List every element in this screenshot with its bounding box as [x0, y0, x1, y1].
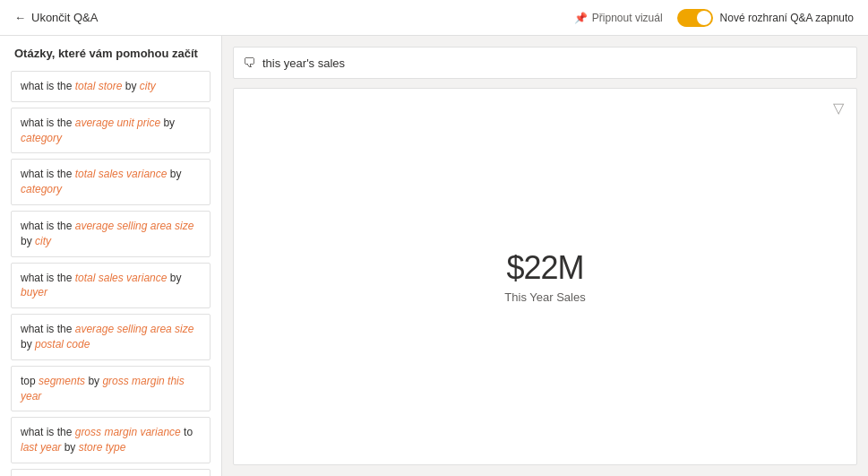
toggle-area: Nové rozhraní Q&A zapnuto [677, 9, 854, 27]
toggle-label: Nové rozhraní Q&A zapnuto [720, 12, 854, 24]
main-content: Otázky, které vám pomohou začít what is … [0, 36, 868, 476]
search-bar[interactable]: 🗨 this year's sales [233, 47, 857, 79]
list-item[interactable]: what is the total sales variance by buye… [11, 263, 211, 309]
list-item[interactable]: what is the total sales variance by cate… [11, 159, 211, 205]
viz-label: This Year Sales [504, 290, 585, 304]
pin-label: Připnout vizuál [592, 12, 663, 24]
qa-toggle[interactable] [677, 9, 713, 27]
right-panel: 🗨 this year's sales ▽ $22M This Year Sal… [222, 36, 868, 476]
pin-icon: 📌 [574, 12, 588, 24]
list-item[interactable]: what is the average unit price by catego… [11, 108, 211, 154]
list-item[interactable]: what is the average selling area size by… [11, 211, 211, 257]
visualization-area: ▽ $22M This Year Sales [233, 88, 857, 465]
top-bar-right: 📌 Připnout vizuál Nové rozhraní Q&A zapn… [574, 9, 854, 27]
pin-visual-button[interactable]: 📌 Připnout vizuál [574, 12, 663, 24]
chat-icon: 🗨 [243, 56, 255, 70]
filter-icon[interactable]: ▽ [833, 100, 844, 117]
back-label[interactable]: Ukončit Q&A [31, 11, 98, 24]
search-query: this year's sales [262, 56, 345, 70]
viz-content: $22M This Year Sales [234, 89, 856, 464]
top-bar: ← Ukončit Q&A 📌 Připnout vizuál Nové roz… [0, 0, 868, 36]
list-item[interactable]: what is the average selling area size by… [11, 314, 211, 360]
back-icon: ← [14, 11, 26, 24]
list-item[interactable]: top segments by gross margin this year [11, 366, 211, 412]
back-button[interactable]: ← Ukončit Q&A [14, 11, 98, 24]
viz-value: $22M [506, 249, 583, 287]
sidebar: Otázky, které vám pomohou začít what is … [0, 36, 222, 476]
list-item[interactable]: what is the gross margin variance to las… [11, 417, 211, 463]
list-item[interactable]: what is the total store by city [11, 71, 211, 102]
list-item[interactable]: what is the avg $/unit ly by chain [11, 469, 211, 476]
sidebar-title: Otázky, které vám pomohou začít [11, 47, 211, 60]
